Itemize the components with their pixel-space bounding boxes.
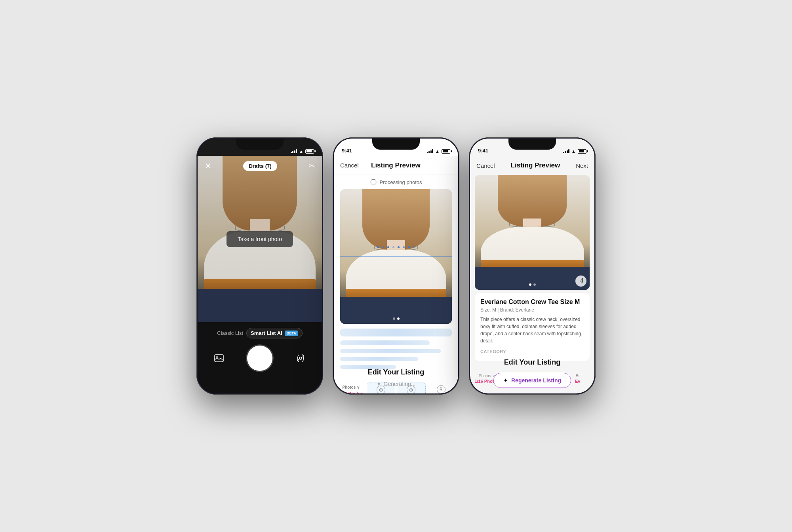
phone2: 9:41 ▲: [333, 137, 459, 395]
processing-text: Processing photos: [380, 179, 422, 185]
rotate-icon: [578, 278, 584, 284]
page-title-3: Listing Preview: [511, 162, 560, 169]
phone1: ▲: [196, 137, 323, 395]
listing-image-3: [475, 175, 590, 290]
listing-description: This piece offers a classic crew neck, o…: [480, 316, 584, 344]
scan-line: [340, 256, 452, 257]
wifi-icon-1: ▲: [299, 149, 303, 154]
flip-camera-button[interactable]: [293, 351, 308, 365]
phone3-screen: 9:41 ▲: [470, 139, 594, 393]
shutter-button[interactable]: [247, 346, 272, 371]
notch-2: [372, 139, 420, 150]
battery-icon-2: [442, 149, 450, 154]
listing-title: Everlane Cotton Crew Tee Size M: [480, 298, 584, 306]
edit-listing-header-2: Edit Your Listing: [334, 368, 458, 376]
smart-list-text: Smart List AI: [251, 330, 282, 336]
next-button-3[interactable]: Next: [576, 162, 588, 169]
status-icons-2: ▲: [427, 149, 450, 154]
phone2-header: Cancel Listing Preview: [334, 156, 458, 175]
camera-controls: [198, 346, 322, 371]
listing-mode-row: Classic List Smart List AI BETA: [217, 328, 302, 338]
phone1-screen: ▲: [198, 139, 322, 393]
listing-image-2: [340, 189, 452, 324]
listing-meta: Size: M | Brand: Everlane: [480, 307, 584, 313]
wifi-icon-2: ▲: [435, 149, 440, 154]
edit-listing-header-3: Edit Your Listing: [470, 358, 594, 367]
gallery-icon: [214, 354, 224, 362]
status-icons-3: ▲: [563, 149, 586, 154]
notch-3: [508, 139, 556, 150]
phone3-header: Cancel Listing Preview Next: [470, 156, 594, 175]
processing-bar: Processing photos: [334, 175, 458, 189]
smart-list-button[interactable]: Smart List AI BETA: [246, 328, 303, 338]
signal-icon-2: [427, 149, 434, 153]
scan-dots: [340, 243, 452, 251]
signal-icon-1: [291, 149, 297, 153]
generating-footer: ✦ Generating...: [334, 381, 458, 387]
classic-list-label[interactable]: Classic List: [217, 330, 243, 336]
regenerate-listing-button[interactable]: ✦ Regenerate Listing: [493, 373, 571, 388]
notch-1: [236, 139, 284, 150]
camera-close-button[interactable]: ✕: [205, 161, 211, 171]
status-time-3: 9:41: [478, 148, 488, 154]
category-label: CATEGORY: [480, 349, 584, 354]
wifi-icon-3: ▲: [571, 149, 576, 154]
camera-bottom: Classic List Smart List AI BETA: [198, 322, 322, 393]
camera-viewfinder: Take a front photo: [198, 156, 322, 322]
signal-icon-3: [563, 149, 570, 153]
scissors-icon[interactable]: ✂: [309, 162, 315, 170]
flip-camera-icon: [296, 354, 305, 363]
svg-rect-0: [215, 355, 223, 362]
gallery-button[interactable]: [212, 351, 226, 365]
battery-icon-1: [305, 149, 314, 154]
phone2-screen: 9:41 ▲: [334, 139, 458, 393]
cancel-button-3[interactable]: Cancel: [476, 162, 495, 169]
listing-details-card: Everlane Cotton Crew Tee Size M Size: M …: [475, 293, 590, 361]
svg-point-2: [299, 357, 302, 359]
battery-icon-3: [578, 149, 586, 154]
beta-badge: BETA: [285, 331, 298, 336]
page-title-2: Listing Preview: [371, 162, 421, 169]
image-dots-2: [340, 317, 452, 320]
sparkle-icon-2: ✦: [377, 381, 381, 387]
status-icons-1: ▲: [291, 149, 314, 154]
phones-container: ▲: [196, 137, 596, 395]
sparkle-icon-3: ✦: [503, 377, 508, 384]
camera-top-bar: ✕ Drafts (7) ✂: [198, 156, 322, 176]
cancel-button-2[interactable]: Cancel: [340, 162, 359, 169]
status-time-2: 9:41: [342, 148, 352, 154]
drafts-badge[interactable]: Drafts (7): [243, 161, 277, 171]
phone3: 9:41 ▲: [469, 137, 596, 395]
take-photo-label: Take a front photo: [227, 231, 293, 247]
generating-text: Generating...: [384, 381, 416, 387]
processing-spinner: [370, 179, 377, 185]
skeleton-area: [340, 329, 452, 369]
svg-point-3: [581, 281, 582, 282]
image-dots-3: [475, 283, 590, 286]
regenerate-text: Regenerate Listing: [511, 377, 561, 384]
